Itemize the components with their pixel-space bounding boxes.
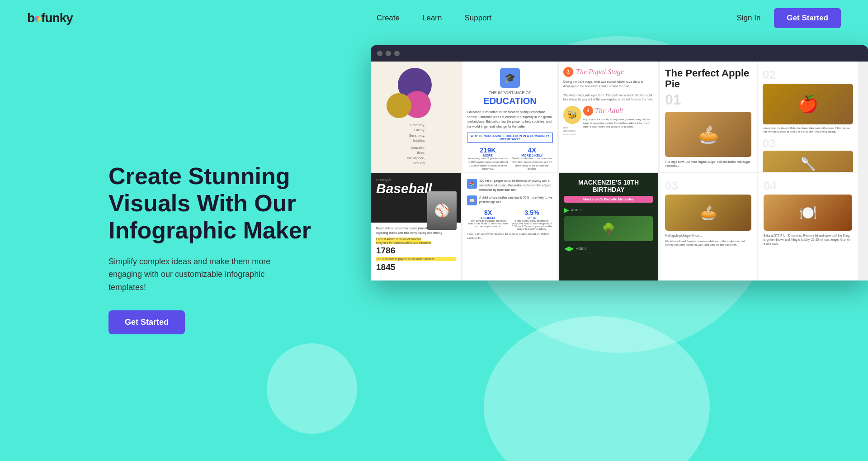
card-apple-step4: 04 🍽️ Bake at 375°F for 35 minutes. Remo… <box>758 173 858 280</box>
nav-create[interactable]: Create <box>377 14 400 23</box>
card-education-lower: 📚 420 million people would be lifted out… <box>462 173 557 280</box>
card-personality: Creativity, Luxury, Sensitivity, Intuiti… <box>371 62 461 172</box>
app-mockup: Creativity, Luxury, Sensitivity, Intuiti… <box>371 45 868 280</box>
nav-right: Sign In Get Started <box>736 8 841 28</box>
mockup-window: Creativity, Luxury, Sensitivity, Intuiti… <box>371 45 868 280</box>
hero-title: Create Stunning Visuals With Our Infogra… <box>108 163 326 244</box>
hero-get-started-button[interactable]: Get Started <box>108 310 185 334</box>
logo-dot <box>34 16 41 22</box>
sign-in-button[interactable]: Sign In <box>736 14 760 23</box>
titlebar-dot-2 <box>386 51 391 56</box>
bg-circle-small <box>267 343 357 434</box>
titlebar-dot-3 <box>394 51 400 56</box>
nav-learn[interactable]: Learn <box>422 14 442 23</box>
logo[interactable]: bfunky <box>27 11 73 25</box>
titlebar-dot-1 <box>377 51 382 56</box>
card-apple-pie-top: The Perfect Apple Pie 01 🥧 In a large bo… <box>660 62 757 172</box>
hero-text-block: Create Stunning Visuals With Our Infogra… <box>108 163 326 334</box>
card-apple-pie-steps: 02 🍎 Like a fork, pie plate with butter.… <box>758 62 858 172</box>
card-birthday: MACKENZIE'S 18TH BIRTHDAY Mackenzie's Fa… <box>559 173 658 280</box>
mockup-titlebar <box>371 45 868 62</box>
mockup-content: Creativity, Luxury, Sensitivity, Intuiti… <box>371 62 868 280</box>
dot-grid-bottom-right: for(let r=0;r<5;r++) for(let c=0;c<12;c+… <box>778 398 868 443</box>
card-education: 🎓 THE IMPORTANCE OF EDUCATION Education … <box>462 62 557 172</box>
nav-support[interactable]: Support <box>464 14 491 23</box>
nav-links: Create Learn Support <box>377 14 491 23</box>
hero-section: for(let r=0;r<4;r++) for(let c=0;c<8;c++… <box>0 36 868 461</box>
card-apple-step3: 03 🥧 Melt apple picking with our... We l… <box>660 173 757 280</box>
hero-subtitle: Simplify complex ideas and make them mor… <box>108 255 289 294</box>
card-baseball: History of Baseball ⚾ Baseball is a bat-… <box>371 173 461 280</box>
nav-get-started-button[interactable]: Get Started <box>774 8 841 28</box>
card-bee: 3 The Pupal Stage During the pupa stage,… <box>559 62 658 172</box>
navbar: bfunky Create Learn Support Sign In Get … <box>0 0 868 36</box>
